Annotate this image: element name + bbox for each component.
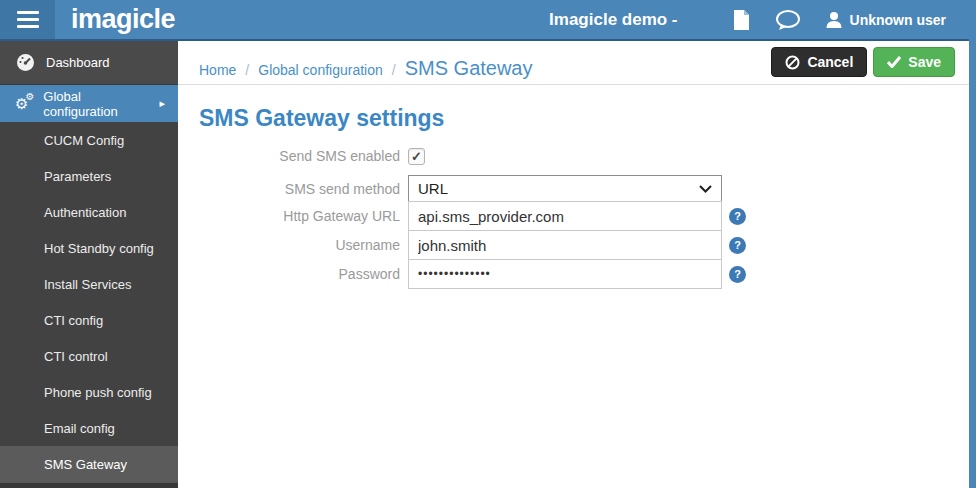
breadcrumb-current: SMS Gateway [405,57,533,80]
sidebar-item-parameters[interactable]: Parameters [0,158,178,194]
user-menu[interactable]: Unknown user [825,11,946,29]
save-label: Save [908,54,941,70]
sms-send-method-select[interactable]: URL [408,175,722,202]
sidebar-item-label: Global configuration [43,89,149,119]
breadcrumb: Home / Global configuration / SMS Gatewa… [199,47,533,80]
sidebar-item-hot-standby-config[interactable]: Hot Standby config [0,230,178,266]
sidebar-item-sms-gateway[interactable]: SMS Gateway [0,446,178,482]
topbar: imagicle Imagicle demo - Unknown user [0,0,976,41]
username-input[interactable] [408,230,722,260]
content-header: Home / Global configuration / SMS Gatewa… [178,41,969,85]
sidebar-item-label: Dashboard [46,55,110,70]
cancel-button[interactable]: Cancel [771,47,867,77]
main-content: Home / Global configuration / SMS Gatewa… [178,41,969,488]
ban-icon [785,55,800,70]
password-input[interactable] [408,259,722,289]
help-icon[interactable]: ? [729,208,746,225]
header-buttons: Cancel Save [771,47,955,77]
sms-gateway-form: Send SMS enabled ✓ SMS send method URL H… [199,144,969,289]
sms-send-method-label: SMS send method [199,181,400,197]
send-sms-enabled-checkbox[interactable]: ✓ [408,148,425,165]
imagicle-logo: imagicle [71,4,175,35]
check-icon [887,56,901,68]
page-title: SMS Gateway settings [199,105,969,132]
cancel-label: Cancel [807,54,853,70]
global-configuration-submenu: CUCM Config Parameters Authentication Ho… [0,122,178,488]
username-label: Username [199,237,400,253]
sidebar-item-email-config[interactable]: Email config [0,410,178,446]
chevron-right-icon: ▸ [159,97,165,110]
sidebar-item-install-services[interactable]: Install Services [0,266,178,302]
instance-title: Imagicle demo - [549,10,677,30]
chat-bubble-icon[interactable] [775,9,801,31]
sms-send-method-value: URL [418,180,448,197]
breadcrumb-home[interactable]: Home [199,62,236,78]
sidebar: Dashboard ⚙⚙ Global configuration ▸ CUCM… [0,41,178,488]
sidebar-item-phone-push-config[interactable]: Phone push config [0,374,178,410]
save-button[interactable]: Save [873,47,955,77]
send-sms-enabled-label: Send SMS enabled [199,148,400,164]
sidebar-divider [0,482,178,488]
help-icon[interactable]: ? [729,237,746,254]
sidebar-item-authentication[interactable]: Authentication [0,194,178,230]
help-icon[interactable]: ? [729,266,746,283]
breadcrumb-separator: / [245,62,249,78]
user-name: Unknown user [850,12,946,28]
http-gateway-url-input[interactable] [408,201,722,231]
scrollbar[interactable] [969,0,976,488]
chevron-down-icon [699,185,712,193]
hamburger-menu-icon[interactable] [0,0,55,39]
user-icon [825,11,843,29]
sidebar-item-global-configuration[interactable]: ⚙⚙ Global configuration ▸ [0,85,178,122]
sidebar-item-cti-config[interactable]: CTI config [0,302,178,338]
document-icon[interactable] [732,9,751,31]
breadcrumb-separator: / [392,62,396,78]
sidebar-item-dashboard[interactable]: Dashboard [0,41,178,85]
dashboard-gauge-icon [16,53,35,72]
sidebar-item-cti-control[interactable]: CTI control [0,338,178,374]
password-label: Password [199,266,400,282]
breadcrumb-global-configuration[interactable]: Global configuration [258,62,383,78]
http-gateway-url-label: Http Gateway URL [199,208,400,224]
gears-icon: ⚙⚙ [15,96,33,111]
sidebar-item-cucm-config[interactable]: CUCM Config [0,122,178,158]
